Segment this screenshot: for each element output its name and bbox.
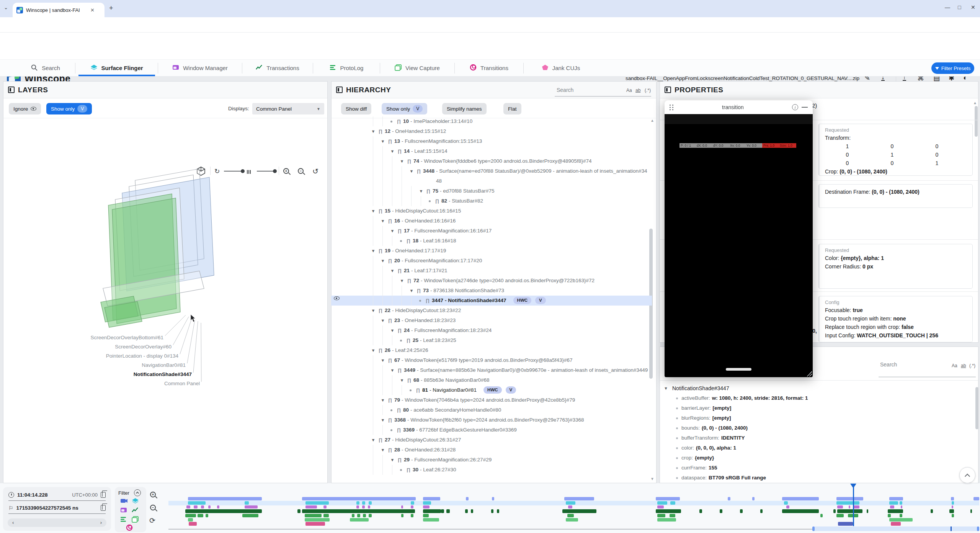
window-filter-icon[interactable] (120, 507, 127, 515)
trace-segment[interactable] (201, 505, 204, 508)
expand-arrow-icon[interactable]: ▼ (398, 276, 406, 286)
tree-row[interactable]: ▼∏3449- Surface(name=885b63e NavigationB… (331, 365, 652, 375)
copy-time-icon[interactable] (101, 492, 106, 498)
trace-segment[interactable] (740, 509, 742, 513)
trace-segment[interactable] (245, 501, 249, 505)
nav-tab-protolog[interactable]: ProtoLog (316, 60, 377, 76)
trace-segment[interactable] (497, 509, 499, 513)
proto-property-row[interactable]: currFrame:155 (664, 463, 973, 473)
trace-segment[interactable] (567, 514, 574, 517)
trace-segment[interactable] (889, 518, 913, 522)
trace-segment[interactable] (423, 497, 440, 500)
trace-segment[interactable] (670, 501, 675, 505)
copy-ns-icon[interactable] (101, 505, 106, 511)
trace-segment[interactable] (836, 514, 844, 517)
trace-segment[interactable] (423, 501, 431, 505)
trace-segment[interactable] (752, 497, 755, 500)
timeline-cursor[interactable] (853, 484, 854, 526)
trace-segment[interactable] (185, 514, 196, 517)
transition-floating-window[interactable]: transition i — P: 0 / 1dX: 0.0dY: 0.0Xv:… (665, 100, 813, 377)
tree-row[interactable]: ∏25- Leaf:18:23#25 (331, 335, 652, 345)
trace-segment[interactable] (562, 509, 596, 513)
trace-segment[interactable] (305, 514, 322, 517)
hierarchy-search-input[interactable]: Search (557, 87, 573, 93)
trace-segment[interactable] (465, 509, 467, 513)
tree-row[interactable]: ▼∏74- WindowToken{fdddbe6 type=2000 andr… (331, 156, 652, 166)
trace-segment[interactable] (185, 509, 261, 513)
tree-row[interactable]: ▼∏14- Leaf:15:15#14 (331, 146, 652, 156)
expand-arrow-icon[interactable]: ▼ (379, 395, 387, 405)
trace-segment[interactable] (670, 514, 675, 517)
trace-segment[interactable] (657, 518, 676, 522)
tree-row[interactable]: ▼∏3368- WindowToken{f6b2f60 type=2024 an… (331, 415, 652, 425)
trace-segment[interactable] (568, 505, 572, 508)
trace-segment[interactable] (782, 509, 818, 513)
trace-segment[interactable] (363, 514, 366, 517)
trace-segment[interactable] (188, 518, 193, 522)
chart-filter-icon[interactable] (132, 507, 139, 515)
trace-segment[interactable] (891, 522, 900, 526)
drag-handle-icon[interactable] (669, 104, 674, 111)
proto-property-row[interactable]: activeBuffer:w: 1080, h: 2400, stride: 2… (664, 393, 973, 403)
swirl-filter-icon[interactable] (126, 525, 133, 533)
trace-segment[interactable] (566, 501, 575, 505)
minimap-handle-left[interactable] (812, 526, 815, 531)
trace-segment[interactable] (189, 522, 197, 526)
expand-arrow-icon[interactable]: ▼ (408, 166, 415, 176)
trace-segment[interactable] (973, 497, 979, 500)
properties-scrollbar-thumb[interactable] (975, 106, 978, 137)
window-close-button[interactable]: ✕ (971, 4, 975, 10)
trace-segment[interactable] (867, 509, 868, 513)
nav-tab-surface-flinger[interactable]: Surface Flinger (78, 60, 155, 76)
expand-arrow-icon[interactable]: ▼ (369, 345, 377, 355)
tree-row[interactable]: ▼∏27- HideDisplayCutout:26:31#27 (331, 435, 652, 445)
tree-row[interactable]: ▼∏16- OneHanded:16:16#16 (331, 216, 652, 226)
trace-segment[interactable] (206, 514, 208, 517)
trace-segment[interactable] (491, 509, 493, 513)
trace-segment[interactable] (305, 518, 330, 522)
tree-row[interactable]: ▼∏20- FullscreenMagnification:17:17#20 (331, 256, 652, 266)
trace-segment[interactable] (186, 505, 191, 508)
filter-presets-button[interactable]: Filter Presets (931, 62, 974, 74)
tree-row[interactable]: ∏3447- NotificationShade#3447HWCV (331, 296, 652, 306)
trace-segment[interactable] (323, 505, 327, 508)
layers-3d-view[interactable] (3, 118, 328, 484)
proto-property-row[interactable]: blurRegions:[empty] (664, 413, 973, 423)
trace-segment[interactable] (323, 514, 329, 517)
trace-segment[interactable] (849, 505, 850, 508)
timeline-canvas[interactable] (168, 483, 979, 533)
trace-segment[interactable] (305, 501, 329, 505)
timeline-zoom-out-icon[interactable]: − (150, 505, 156, 510)
expand-arrow-icon[interactable]: ▼ (379, 355, 387, 365)
expand-arrow-icon[interactable]: ▼ (664, 383, 672, 393)
expand-arrow-icon[interactable]: ▼ (389, 226, 396, 236)
trace-segment[interactable] (889, 497, 903, 500)
nav-tab-transactions[interactable]: Transactions (245, 60, 310, 76)
trace-segment[interactable] (411, 505, 413, 508)
tree-row[interactable]: ∏80- ace6abb SecondaryHomeHandle0#80 (331, 405, 652, 415)
trace-segment[interactable] (656, 497, 680, 500)
trace-segment[interactable] (901, 505, 902, 508)
frame-filter-icon[interactable] (132, 516, 139, 524)
trace-segment[interactable] (833, 509, 836, 513)
trace-segment[interactable] (194, 505, 198, 508)
nav-tab-view-capture[interactable]: View Capture (383, 60, 452, 76)
expand-arrow-icon[interactable]: ▼ (379, 316, 387, 325)
trace-segment[interactable] (656, 509, 681, 513)
trace-segment[interactable] (657, 501, 667, 505)
trace-segment[interactable] (208, 505, 211, 508)
trace-segment[interactable] (305, 522, 325, 526)
trace-segment[interactable] (838, 522, 853, 526)
trace-segment[interactable] (305, 505, 317, 508)
window-minimize-button[interactable]: — (945, 4, 950, 10)
expand-arrow-icon[interactable]: ▼ (389, 325, 396, 335)
trace-segment[interactable] (952, 501, 954, 505)
show-diff-button[interactable]: Show diff (341, 103, 371, 114)
collapse-filter-icon[interactable] (134, 489, 141, 496)
transition-window-header[interactable]: transition i — (665, 100, 813, 114)
trace-segment[interactable] (350, 518, 369, 522)
tree-row[interactable]: ∏30- Leaf:26:27#30 (331, 465, 652, 475)
ignore-button[interactable]: Ignore (9, 103, 41, 114)
show-only-button[interactable]: Show only V (46, 103, 92, 114)
trace-segment[interactable] (297, 509, 301, 513)
